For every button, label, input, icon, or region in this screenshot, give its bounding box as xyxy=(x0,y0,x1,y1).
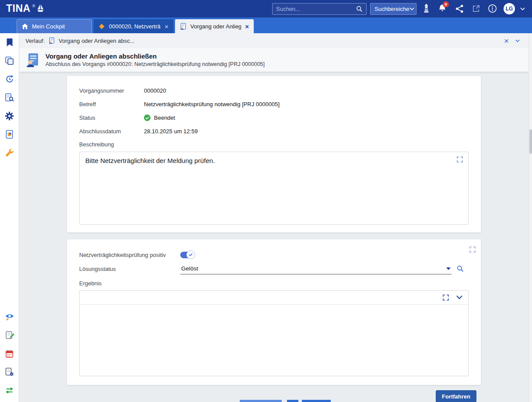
case-details-card: Vorgangsnummer 0000020 Betreff Netzvertr… xyxy=(67,76,481,232)
field-abschlussdatum: Abschlussdatum 28.10.2025 um 12:59 xyxy=(79,125,469,138)
value-search-icon[interactable] xyxy=(457,265,464,272)
search-input[interactable] xyxy=(276,6,356,12)
editor-toolbar xyxy=(80,291,468,305)
history-bar: Verlauf: Vorgang oder Anliegen absc... × xyxy=(19,33,528,48)
field-betreff: Betreff Netzverträglichkeitsprüfung notw… xyxy=(79,97,469,111)
home-icon xyxy=(21,23,28,30)
task-document-icon xyxy=(48,37,55,44)
scrollbar-thumb[interactable] xyxy=(529,129,532,154)
page-title: Vorgang oder Anliegen abschließen xyxy=(46,52,265,60)
bottom-clipped-element xyxy=(240,400,282,402)
bookmarks-icon[interactable] xyxy=(0,33,19,52)
history-icon[interactable] xyxy=(0,70,19,88)
vertical-scrollbar[interactable] xyxy=(528,33,532,402)
history-bar-label: Verlauf: xyxy=(25,38,45,44)
history-current-item[interactable]: Vorgang oder Anliegen absc... xyxy=(59,38,134,44)
chevron-down-icon xyxy=(410,7,414,10)
tab-label: Vorgang oder Anlieg... xyxy=(190,23,241,30)
combo-chevron-icon[interactable] xyxy=(446,267,451,270)
user-avatar[interactable]: LG xyxy=(504,3,515,14)
page-subtitle: Abschluss des Vorgangs #0000020: Netzver… xyxy=(46,61,265,67)
settings-gear-icon[interactable] xyxy=(0,107,19,125)
result-richtext-editor xyxy=(79,290,469,376)
solution-status-value: Gelöst xyxy=(181,265,446,272)
status-value: Beendet xyxy=(144,114,175,121)
close-icon[interactable]: × xyxy=(245,23,249,30)
bottom-clipped-element xyxy=(287,400,298,402)
field-value: Netzverträglichkeitsprüfung notwendig [P… xyxy=(144,101,280,107)
task-document-icon xyxy=(179,23,187,30)
user-menu-chevron-icon[interactable] xyxy=(520,7,525,10)
history-dropdown-chevron-icon[interactable] xyxy=(515,39,520,42)
status-text: Beendet xyxy=(154,114,175,121)
lighthouse-icon[interactable] xyxy=(422,3,431,14)
field-label: Status xyxy=(79,114,144,121)
sailboat-icon xyxy=(37,4,44,13)
app-logo[interactable]: TINA ® xyxy=(6,3,44,14)
result-input-area[interactable] xyxy=(80,305,468,376)
page-header: Vorgang oder Anliegen abschließen Abschl… xyxy=(19,48,528,72)
toggle-row: Netzverträglichkeitsprüfung positiv xyxy=(79,248,469,261)
notification-badge: 9 xyxy=(443,1,449,7)
solution-status-label: Lösungsstatus xyxy=(79,266,180,272)
description-text: Bitte Netzverträglichkeit der Meldung pr… xyxy=(85,157,215,164)
share-icon[interactable] xyxy=(455,4,464,13)
tab-vorgang-abschliessen-active[interactable]: Vorgang oder Anlieg... × xyxy=(175,19,254,33)
search-icon[interactable] xyxy=(356,6,363,12)
tab-vorgang-0000020[interactable]: 0000020, Netzverträ... × xyxy=(94,19,173,33)
main-content: Verlauf: Vorgang oder Anliegen absc... × xyxy=(19,33,528,402)
tab-bar: Mein Cockpit 0000020, Netzverträ... × Vo… xyxy=(0,17,532,33)
solution-status-combobox[interactable]: Gelöst xyxy=(180,263,452,274)
field-label: Betreff xyxy=(79,101,144,107)
tab-label: Mein Cockpit xyxy=(32,23,87,30)
form-scroll-area: Vorgangsnummer 0000020 Betreff Netzvertr… xyxy=(19,72,528,402)
expand-icon[interactable] xyxy=(469,246,476,253)
continue-button[interactable]: Fortfahren xyxy=(436,390,476,402)
field-label: Vorgangsnummer xyxy=(79,87,144,94)
workflow-diamond-icon xyxy=(98,23,105,30)
field-status: Status Beendet xyxy=(79,111,469,125)
search-scope-label: Suchbereiche xyxy=(374,6,410,12)
note-edit-icon[interactable] xyxy=(0,326,19,344)
app-logo-text: TINA xyxy=(6,3,31,14)
close-workflow-icon[interactable]: × xyxy=(504,37,509,45)
notifications-button[interactable]: 9 xyxy=(438,4,447,13)
document-search-icon[interactable] xyxy=(0,88,19,107)
toggle-knob xyxy=(186,250,195,259)
solution-status-row: Lösungsstatus Gelöst xyxy=(79,261,469,276)
positive-toggle[interactable] xyxy=(180,252,193,258)
calendar-icon[interactable] xyxy=(0,344,19,363)
editor-chevron-down-icon[interactable] xyxy=(456,295,462,299)
open-in-new-icon[interactable] xyxy=(472,4,480,13)
field-value: 0000020 xyxy=(144,87,166,94)
expand-icon[interactable] xyxy=(443,295,449,301)
expand-icon[interactable] xyxy=(457,156,463,163)
description-textarea[interactable]: Bitte Netzverträglichkeit der Meldung pr… xyxy=(79,152,469,225)
duplicate-icon[interactable] xyxy=(0,52,19,70)
status-check-icon xyxy=(144,114,150,121)
task-document-icon-large xyxy=(24,52,40,68)
tools-wrench-icon[interactable] xyxy=(0,143,19,162)
description-label: Beschreibung xyxy=(79,139,469,149)
tab-label: 0000020, Netzverträ... xyxy=(109,23,161,30)
field-value: 28.10.2025 um 12:59 xyxy=(144,128,198,135)
report-chart-icon[interactable] xyxy=(0,125,19,143)
bottom-clipped-element xyxy=(302,400,331,402)
document-settings-icon[interactable] xyxy=(0,363,19,381)
field-label: Abschlussdatum xyxy=(79,128,144,135)
top-bar: TINA ® Suchbereiche 9 xyxy=(0,0,532,17)
result-label: Ergebnis xyxy=(79,278,469,288)
sync-arrows-icon[interactable] xyxy=(0,381,19,399)
search-scope-dropdown[interactable]: Suchbereiche xyxy=(370,3,416,15)
completion-form-card: Netzverträglichkeitsprüfung positiv Lösu… xyxy=(67,239,481,385)
field-vorgangsnummer: Vorgangsnummer 0000020 xyxy=(79,84,469,97)
left-icon-sidebar xyxy=(0,33,19,402)
close-icon[interactable]: × xyxy=(164,23,169,30)
help-menu-icon[interactable] xyxy=(488,4,497,13)
registered-mark: ® xyxy=(32,4,35,8)
tab-mein-cockpit[interactable]: Mein Cockpit xyxy=(17,19,92,33)
toggle-label: Netzverträglichkeitsprüfung positiv xyxy=(79,252,180,258)
global-search xyxy=(272,3,367,15)
watchlist-eye-icon[interactable] xyxy=(0,308,19,326)
